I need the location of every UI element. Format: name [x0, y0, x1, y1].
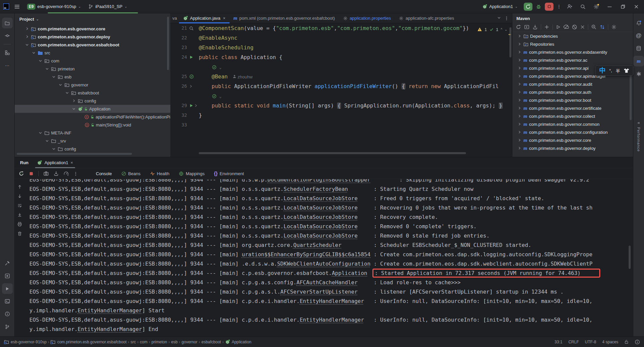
run-gutter-icon[interactable] — [189, 103, 193, 108]
chevron-right-icon[interactable] — [517, 98, 522, 102]
chevron-down-icon[interactable] — [51, 147, 56, 151]
logger-link[interactable]: Application — [332, 270, 367, 276]
breadcrumb-item[interactable]: Application — [225, 339, 252, 344]
maven-dependency-button[interactable] — [600, 24, 605, 30]
maven-tree-row[interactable]: mcom.primeton.esb.governor.audit — [512, 80, 633, 88]
collapse-chevrons[interactable]: « — [637, 120, 641, 125]
code-with-me-button[interactable] — [565, 2, 575, 12]
chevron-right-icon[interactable] — [517, 114, 522, 118]
editor-tab-application.properties[interactable]: application.properties — [339, 13, 395, 23]
chevron-down-icon[interactable] — [58, 83, 63, 87]
maven-generate-button[interactable] — [524, 24, 529, 30]
commit-tool-button[interactable] — [2, 30, 13, 41]
maven-vertical-scrollbar[interactable] — [630, 75, 632, 120]
tree-row[interactable]: primeton — [15, 65, 170, 73]
editor-horizontal-scrollbar[interactable] — [199, 152, 466, 154]
project-panel-header[interactable]: Project ⌄ — [15, 13, 170, 25]
breadcrumb-item[interactable]: governor — [182, 340, 197, 344]
chevron-right-icon[interactable] — [517, 58, 522, 62]
minimize-button[interactable] — [605, 2, 615, 12]
editor-tab-pom.xml[interactable]: mpom.xml (com.primeton.esb.governor.esba… — [229, 13, 339, 23]
up-stack-trace-button[interactable] — [17, 185, 22, 189]
performance-tab[interactable]: Performance — [637, 127, 641, 152]
project-tool-button[interactable] — [2, 18, 13, 28]
tree-row[interactable]: _srv — [15, 137, 170, 145]
info-icon[interactable] — [635, 339, 640, 345]
logger-link[interactable]: QuartzScheduler — [293, 242, 342, 248]
print-button[interactable] — [17, 222, 22, 227]
run-tab-application1[interactable]: Application1 × — [34, 157, 76, 168]
tree-row[interactable]: esb — [15, 73, 170, 81]
ai-assistant-button[interactable]: @ — [633, 30, 644, 41]
chevron-right-icon[interactable] — [517, 82, 522, 86]
editor-vertical-scrollbar[interactable] — [509, 27, 511, 57]
chevron-right-icon[interactable] — [25, 35, 29, 39]
down-stack-trace-button[interactable] — [17, 194, 22, 199]
run-configuration-widget[interactable]: Application1 ⌄ — [480, 2, 520, 12]
logger-link[interactable]: SDKWebClientAutoConfiguration — [277, 261, 370, 267]
ime-toolbar[interactable]: 中 °, 半 — [595, 65, 633, 76]
breadcrumb-item[interactable]: com.primeton.esb.governor.esbafcboot — [50, 339, 126, 344]
maximize-button[interactable] — [618, 2, 628, 12]
lock-icon[interactable] — [624, 340, 629, 344]
editor-tab-Application.java[interactable]: Application.java× — [179, 13, 229, 23]
chevron-down-icon[interactable] — [71, 107, 76, 111]
chevron-right-icon[interactable] — [71, 99, 76, 103]
rerun-button[interactable] — [524, 3, 532, 11]
editor-tab-application-afc.properties[interactable]: application-afc.properties — [395, 13, 458, 23]
close-icon[interactable]: × — [70, 160, 73, 165]
logger-link[interactable]: LocalDataSourceJobStore — [284, 205, 358, 211]
tab-list-button[interactable] — [497, 16, 501, 21]
logger-link[interactable]: SchedulerFactoryBean — [284, 186, 348, 192]
debug-button[interactable] — [536, 4, 541, 9]
chevron-down-icon[interactable] — [25, 43, 29, 47]
maven-tree-row[interactable]: mcom.primeton.esb.governor.configuration — [512, 128, 633, 136]
maven-run-button[interactable] — [556, 25, 560, 29]
tree-row[interactable]: com.primeton.esb.governor.esbafcboot — [15, 41, 170, 49]
run-tool-button[interactable] — [2, 283, 13, 294]
fold-icon[interactable] — [189, 84, 193, 88]
spring-tool-button[interactable] — [633, 68, 644, 79]
maven-tree-row[interactable]: mcom.primeton.esb.governor.ac — [512, 56, 633, 64]
maven-download-sources-button[interactable] — [532, 24, 538, 30]
maven-offline-button[interactable] — [564, 24, 569, 30]
chevron-down-icon[interactable] — [45, 67, 49, 71]
view-tab-environment[interactable]: {}Environment — [214, 171, 244, 176]
prev-problem-button[interactable]: ^ — [501, 28, 502, 31]
ime-skin-icon[interactable] — [624, 68, 629, 73]
project-widget[interactable]: E9 esb-governor-910sp ⌄ — [24, 2, 84, 12]
author-inlay[interactable]: zhouhw — [232, 74, 253, 79]
view-tab-health[interactable]: Health — [150, 171, 170, 176]
chevron-right-icon[interactable] — [517, 106, 522, 110]
chevron-right-icon[interactable] — [517, 130, 522, 134]
tree-row[interactable]: Application — [15, 105, 170, 113]
run-gutter-icon[interactable] — [189, 55, 193, 59]
tree-row[interactable]: mmain(String[]):void — [15, 121, 170, 129]
breadcrumb-item[interactable]: com — [140, 340, 148, 344]
status-widget[interactable]: 4 spaces — [602, 340, 618, 344]
tree-row[interactable]: com.primeton.esb.governor.core — [15, 25, 170, 33]
logger-link[interactable]: EntityHandlerManager — [78, 307, 142, 314]
branch-widget[interactable]: iPaaS910_SP ⌄ — [86, 2, 130, 12]
problems-tool-button[interactable] — [2, 309, 13, 319]
clipped-tab[interactable]: va — [170, 13, 179, 23]
logger-link[interactable]: LocalDataSourceJobStore — [284, 195, 358, 202]
logger-link[interactable]: EntityHandlerManager — [300, 317, 364, 323]
logger-link[interactable]: uration$$EnhancerBySpringCGLIB$$c6a15854 — [242, 251, 370, 258]
chevron-right-icon[interactable] — [517, 146, 522, 150]
chevron-down-icon[interactable] — [65, 91, 69, 95]
main-menu-button[interactable] — [12, 1, 22, 12]
version-control-tool-button[interactable] — [2, 321, 13, 332]
structure-tool-button[interactable] — [2, 47, 13, 58]
terminal-tool-button[interactable] — [2, 296, 13, 307]
chevron-right-icon[interactable] — [517, 34, 522, 38]
logger-link[interactable]: EntityHandlerManager — [300, 298, 364, 304]
status-widget[interactable]: 33:1 — [554, 340, 562, 344]
build-tool-button[interactable] — [2, 258, 13, 269]
tab-options-button[interactable]: ⋮ — [504, 16, 509, 21]
ime-punctuation-indicator[interactable]: °, — [609, 68, 612, 73]
clear-console-button[interactable] — [17, 231, 22, 236]
services-tool-button[interactable] — [2, 271, 13, 281]
chevron-down-icon[interactable] — [38, 131, 43, 135]
chevron-down-icon[interactable]: ⌄ — [217, 94, 221, 99]
